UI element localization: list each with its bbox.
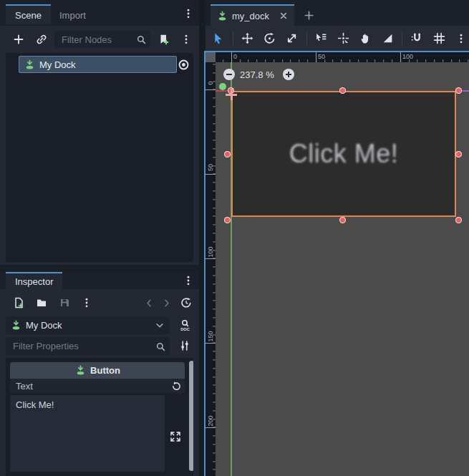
tree-node-my-dock[interactable]: My Dock <box>19 56 177 73</box>
resize-handle-bottom-right[interactable] <box>455 217 462 223</box>
pivot-tool-icon[interactable] <box>336 31 352 47</box>
instance-scene-icon[interactable] <box>34 31 49 47</box>
history-forward-icon[interactable] <box>158 295 174 311</box>
history-back-icon[interactable] <box>141 295 157 311</box>
resize-handle-bottom-left[interactable] <box>224 217 231 223</box>
resize-handle-middle-left[interactable] <box>224 151 231 157</box>
tab-scene-label: Scene <box>15 10 42 21</box>
ruler-label: 0 <box>233 53 237 60</box>
zoom-level-label[interactable]: 237.8 % <box>240 69 274 80</box>
inspector-tools-menu-icon[interactable] <box>79 295 95 311</box>
selected-button-node[interactable]: Click Me! <box>231 91 456 217</box>
ruler-major-tick <box>400 52 401 62</box>
toolbar-separator <box>233 31 233 45</box>
inspector-properties-panel: Button Text Click Me! <box>6 358 193 476</box>
save-icon[interactable] <box>57 295 72 311</box>
scene-tree-menu-icon[interactable] <box>178 31 194 47</box>
ruler-label: 100 <box>207 245 214 259</box>
scene-tree-panel: My Dock <box>6 53 193 262</box>
open-docs-icon[interactable]: DOC <box>177 317 193 333</box>
toolbar-separator <box>306 31 307 45</box>
canvas-toolbar <box>206 26 469 51</box>
canvas-button-label: Click Me! <box>289 139 399 169</box>
text-property-label: Text <box>10 381 170 392</box>
rotate-tool-icon[interactable] <box>262 31 278 47</box>
list-select-tool-icon[interactable] <box>314 31 329 47</box>
chevron-down-icon <box>154 320 165 331</box>
resize-handle-top-center[interactable] <box>339 87 346 94</box>
add-node-button[interactable] <box>11 31 26 47</box>
ruler-label: 50 <box>207 160 214 175</box>
scale-tool-icon[interactable] <box>284 31 300 47</box>
inspector-menu-icon[interactable] <box>180 273 196 288</box>
toolbar-separator <box>402 31 402 45</box>
node-selector-dropdown[interactable]: My Dock <box>6 316 170 334</box>
ruler-major-tick <box>316 52 316 62</box>
inspector-tabbar: Inspector <box>0 271 199 289</box>
vertical-ruler: 0 50 100 150 200 <box>206 62 216 476</box>
ruler-label: 50 <box>318 53 325 60</box>
text-property-value[interactable]: Click Me! <box>10 395 165 472</box>
godot-editor: Scene Import My <box>0 0 469 476</box>
attach-script-icon[interactable] <box>155 31 171 47</box>
load-resource-folder-icon[interactable] <box>34 295 49 311</box>
snap-options-menu-icon[interactable] <box>453 31 469 47</box>
ruler-corner <box>206 52 216 62</box>
viewport-region: my_dock <box>206 0 469 476</box>
move-tool-icon[interactable] <box>240 31 256 47</box>
inspector-scrollbar[interactable] <box>189 361 193 471</box>
ruler-major-tick <box>231 52 232 62</box>
button-node-icon <box>24 59 35 70</box>
property-filter-tune-icon[interactable] <box>177 338 193 354</box>
section-header-label: Button <box>90 365 120 376</box>
canvas-workspace: 0 50 100 0 50 100 150 200 <box>206 52 469 476</box>
button-node-icon <box>216 10 228 21</box>
text-property-row: Text <box>10 379 185 393</box>
edit-history-icon[interactable] <box>178 295 194 311</box>
select-tool-icon[interactable] <box>211 31 226 47</box>
dock-splitter[interactable] <box>199 0 206 476</box>
smart-snap-icon[interactable] <box>409 31 425 47</box>
revert-property-icon[interactable] <box>170 379 183 392</box>
tab-scene[interactable]: Scene <box>6 4 51 24</box>
visibility-eye-icon[interactable] <box>175 57 191 72</box>
dock-menu-icon[interactable] <box>180 6 196 21</box>
zoom-in-button[interactable] <box>283 69 294 80</box>
tab-inspector-label: Inspector <box>15 276 53 287</box>
ruler-label: 150 <box>207 329 214 344</box>
horizontal-ruler: 0 50 100 <box>216 52 469 62</box>
scene-dock: My Dock <box>0 26 199 265</box>
button-node-icon <box>10 320 21 331</box>
2d-canvas[interactable]: Click Me! 237.8 % <box>216 62 469 476</box>
scene-dock-tabbar: Scene Import <box>0 0 199 26</box>
ruler-label: 100 <box>402 53 413 60</box>
tree-node-label: My Dock <box>39 59 76 70</box>
expand-textarea-icon[interactable] <box>168 429 183 445</box>
pivot-crosshair[interactable] <box>226 89 237 100</box>
inspector-dock: My Dock DOC Button Text <box>0 289 199 476</box>
zoom-out-button[interactable] <box>223 69 235 80</box>
scene-tab-label: my_dock <box>232 11 274 21</box>
button-node-icon <box>74 365 86 377</box>
new-resource-icon[interactable] <box>11 295 26 311</box>
tab-import[interactable]: Import <box>50 4 95 24</box>
filter-properties-input[interactable] <box>6 337 170 355</box>
grid-snap-icon[interactable] <box>431 31 447 47</box>
resize-handle-top-right[interactable] <box>455 87 462 94</box>
search-icon <box>133 31 149 47</box>
svg-text:DOC: DOC <box>180 326 190 331</box>
scene-tab-my-dock[interactable]: my_dock <box>211 4 294 26</box>
new-scene-tab-icon[interactable] <box>301 7 316 23</box>
tab-inspector[interactable]: Inspector <box>6 272 62 289</box>
tab-import-label: Import <box>59 10 86 21</box>
search-icon <box>153 339 168 354</box>
node-selector-label: My Dock <box>26 320 150 331</box>
section-header-button[interactable]: Button <box>10 362 185 379</box>
ruler-label: 0 <box>207 76 214 90</box>
close-tab-icon[interactable] <box>279 11 289 21</box>
resize-handle-bottom-center[interactable] <box>339 217 346 223</box>
ruler-tool-icon[interactable] <box>379 31 395 47</box>
pan-tool-icon[interactable] <box>357 31 373 47</box>
ruler-label: 200 <box>207 414 214 428</box>
resize-handle-middle-right[interactable] <box>455 151 462 157</box>
